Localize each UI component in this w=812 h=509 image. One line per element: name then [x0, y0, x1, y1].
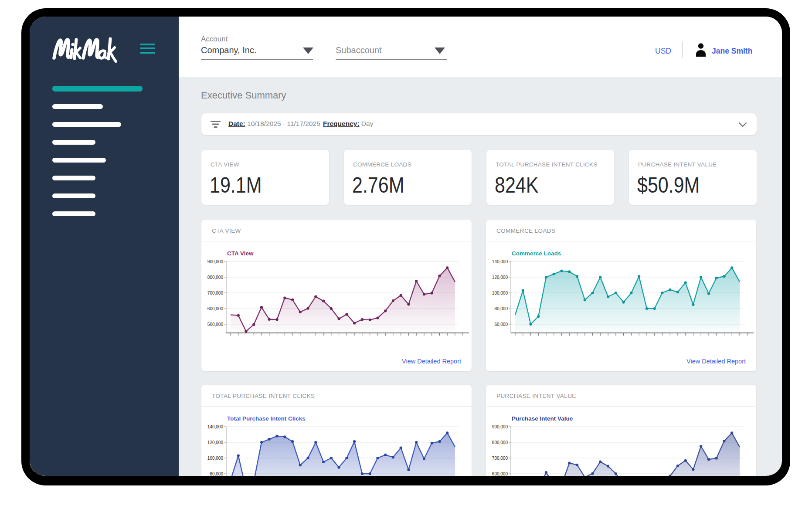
- svg-text:100,000: 100,000: [207, 456, 224, 461]
- svg-text:900,000: 900,000: [492, 424, 508, 429]
- svg-text:120,000: 120,000: [492, 275, 508, 280]
- svg-text:700,000: 700,000: [207, 291, 224, 295]
- svg-text:800,000: 800,000: [207, 275, 224, 280]
- svg-text:600,000: 600,000: [207, 306, 224, 311]
- svg-text:600,000: 600,000: [492, 472, 508, 476]
- svg-text:80,000: 80,000: [494, 306, 508, 311]
- svg-text:800,000: 800,000: [492, 440, 508, 445]
- svg-text:120,000: 120,000: [207, 440, 224, 445]
- svg-text:500,000: 500,000: [207, 322, 224, 327]
- svg-text:60,000: 60,000: [494, 322, 508, 327]
- svg-text:140,000: 140,000: [207, 424, 224, 429]
- svg-text:80,000: 80,000: [210, 472, 223, 476]
- svg-text:100,000: 100,000: [492, 291, 508, 295]
- svg-text:900,000: 900,000: [207, 259, 224, 264]
- svg-text:700,000: 700,000: [492, 456, 508, 461]
- svg-text:140,000: 140,000: [492, 259, 508, 264]
